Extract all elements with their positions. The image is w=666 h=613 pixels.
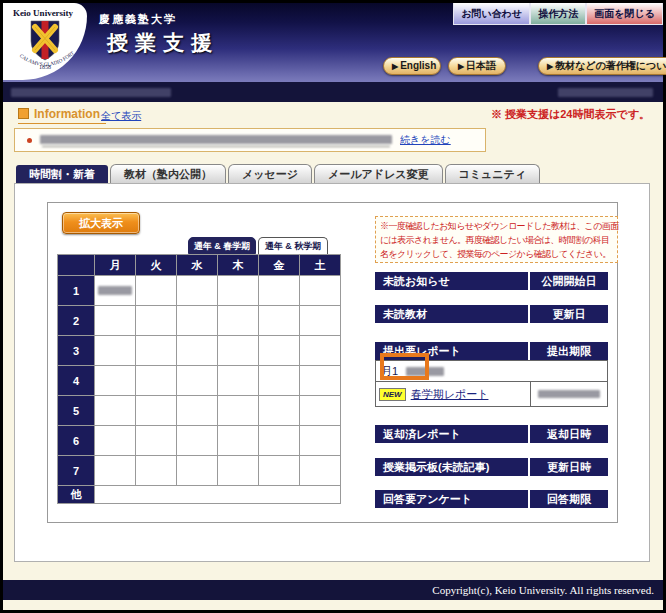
contact-button[interactable]: お問い合わせ bbox=[453, 3, 530, 25]
tab-messages[interactable]: メッセージ bbox=[228, 164, 312, 184]
tab-community[interactable]: コミュニティ bbox=[445, 164, 541, 184]
japanese-button[interactable]: ▶日本語 bbox=[448, 57, 506, 75]
notice-line: 名をクリックして、授業毎のページから確認してください。 bbox=[380, 247, 613, 261]
day-header: 火 bbox=[136, 255, 177, 276]
empty-cell bbox=[259, 306, 300, 336]
empty-cell bbox=[136, 396, 177, 426]
empty-cell bbox=[95, 456, 136, 486]
new-badge: NEW bbox=[379, 388, 406, 401]
empty-cell bbox=[259, 426, 300, 456]
empty-cell bbox=[218, 336, 259, 366]
tab-timetable-new[interactable]: 時間割・新着 bbox=[16, 165, 108, 184]
section-class-board: 授業掲示板(未読記事) 更新日時 bbox=[375, 458, 608, 476]
empty-cell bbox=[177, 336, 218, 366]
show-all-link[interactable]: 全て表示 bbox=[101, 109, 141, 123]
triangle-icon: ▶ bbox=[392, 62, 398, 71]
timetable-header-row: 月 火 水 木 金 土 bbox=[58, 255, 341, 276]
period-label: 1 bbox=[58, 276, 95, 306]
semester-tab-fall[interactable]: 通年 & 秋学期 bbox=[258, 237, 328, 254]
empty-cell bbox=[95, 366, 136, 396]
empty-cell bbox=[95, 426, 136, 456]
tab-materials[interactable]: 教材（塾内公開） bbox=[110, 164, 226, 184]
day-header: 金 bbox=[259, 255, 300, 276]
timetable-row: 4 bbox=[58, 366, 341, 396]
period-label: 4 bbox=[58, 366, 95, 396]
other-label: 他 bbox=[58, 486, 95, 504]
empty-cell bbox=[177, 366, 218, 396]
empty-cell bbox=[218, 456, 259, 486]
empty-cell bbox=[218, 306, 259, 336]
empty-cell bbox=[136, 336, 177, 366]
corner-cell bbox=[58, 255, 95, 276]
enlarge-view-button[interactable]: 拡大表示 bbox=[62, 212, 140, 234]
empty-cell bbox=[218, 426, 259, 456]
section-surveys: 回答要アンケート 回答期限 bbox=[375, 490, 608, 508]
empty-cell bbox=[218, 366, 259, 396]
empty-cell bbox=[218, 276, 259, 306]
orange-square-icon bbox=[18, 108, 29, 119]
empty-cell bbox=[177, 426, 218, 456]
report-due-row: NEW 春学期レポート bbox=[375, 381, 608, 407]
period-label: 5 bbox=[58, 396, 95, 426]
read-more-link[interactable]: 続きを読む bbox=[400, 133, 451, 147]
period-label: 3 bbox=[58, 336, 95, 366]
empty-cell bbox=[300, 276, 341, 306]
empty-cell bbox=[136, 306, 177, 336]
empty-cell bbox=[136, 426, 177, 456]
other-cell bbox=[95, 486, 341, 504]
notice-line: ※一度確認したお知らせやダウンロードした教材は、この画面 bbox=[380, 219, 613, 233]
empty-cell bbox=[95, 396, 136, 426]
materials-copyright-button[interactable]: ▶教材などの著作権について bbox=[538, 57, 666, 75]
redacted-news-title[interactable] bbox=[40, 135, 392, 146]
page-title: 授業支援 bbox=[107, 29, 219, 57]
user-info-bar bbox=[3, 82, 663, 102]
empty-cell bbox=[95, 336, 136, 366]
timetable-row: 6 bbox=[58, 426, 341, 456]
triangle-icon: ▶ bbox=[458, 62, 464, 71]
empty-cell bbox=[300, 336, 341, 366]
empty-cell bbox=[300, 366, 341, 396]
empty-cell bbox=[177, 306, 218, 336]
header-buttons: お問い合わせ 操作方法 画面を閉じる bbox=[453, 3, 663, 25]
information-item-box: 続きを読む bbox=[14, 128, 486, 152]
information-heading: Information bbox=[18, 107, 106, 124]
empty-cell bbox=[136, 276, 177, 306]
section-unread-materials: 未読教材 更新日 bbox=[375, 305, 608, 323]
annotation-highlight-box bbox=[380, 353, 429, 380]
empty-cell bbox=[259, 456, 300, 486]
redacted-course-link[interactable] bbox=[98, 286, 132, 295]
empty-cell bbox=[259, 366, 300, 396]
empty-cell bbox=[136, 456, 177, 486]
university-name: 慶應義塾大学 bbox=[99, 12, 177, 27]
empty-cell bbox=[259, 396, 300, 426]
close-screen-button[interactable]: 画面を閉じる bbox=[586, 3, 663, 25]
weekly-timetable: 月 火 水 木 金 土 1 2 3 4 5 6 bbox=[57, 254, 341, 504]
redacted-datetime bbox=[558, 88, 653, 97]
empty-cell bbox=[259, 336, 300, 366]
timetable-row: 1 bbox=[58, 276, 341, 306]
svg-text:Keio University: Keio University bbox=[13, 8, 74, 18]
timetable-row: 7 bbox=[58, 456, 341, 486]
timetable-row: 5 bbox=[58, 396, 341, 426]
bullet-icon bbox=[27, 138, 32, 143]
day-header: 水 bbox=[177, 255, 218, 276]
spring-report-link[interactable]: 春学期レポート bbox=[411, 387, 489, 402]
timetable-row: 2 bbox=[58, 306, 341, 336]
footer-copyright: Copyright(c), Keio University. All right… bbox=[3, 580, 663, 600]
tab-email-change[interactable]: メールアドレス変更 bbox=[314, 164, 443, 184]
empty-cell bbox=[177, 276, 218, 306]
period-label: 6 bbox=[58, 426, 95, 456]
redacted-username bbox=[11, 88, 171, 97]
keio-course-support-page: 慶應義塾大学 授業支援 Keio University 1858 CALAMVS… bbox=[0, 0, 666, 613]
empty-cell bbox=[95, 306, 136, 336]
empty-cell bbox=[300, 426, 341, 456]
semester-tab-spring[interactable]: 通年 & 春学期 bbox=[188, 237, 256, 254]
confirmation-notice-box: ※一度確認したお知らせやダウンロードした教材は、この画面 には表示されません。再… bbox=[375, 216, 618, 263]
course-cell[interactable] bbox=[95, 276, 136, 306]
main-tab-bar: 時間割・新着 教材（塾内公開） メッセージ メールアドレス変更 コミュニティ bbox=[16, 164, 542, 184]
english-button[interactable]: ▶English bbox=[383, 57, 441, 75]
section-returned-reports: 返却済レポート 返却日時 bbox=[375, 425, 608, 443]
triangle-icon: ▶ bbox=[547, 62, 553, 71]
how-to-use-button[interactable]: 操作方法 bbox=[530, 3, 586, 25]
timetable-other-row: 他 bbox=[58, 486, 341, 504]
